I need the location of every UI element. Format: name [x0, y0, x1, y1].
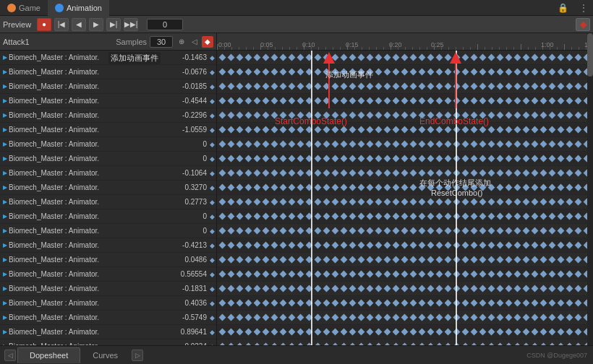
keyframe-diamond[interactable] — [566, 69, 573, 76]
keyframe-diamond[interactable] — [236, 69, 244, 76]
keyframe-diamond[interactable] — [575, 256, 582, 264]
keyframe-diamond[interactable] — [315, 271, 322, 278]
track-diamond-icon[interactable]: ◆ — [210, 83, 215, 90]
keyframe-diamond[interactable] — [575, 83, 582, 90]
keyframe-diamond[interactable] — [289, 271, 296, 278]
keyframe-diamond[interactable] — [271, 83, 278, 90]
track-diamond-icon[interactable]: ◆ — [210, 343, 215, 346]
keyframe-diamond[interactable] — [445, 300, 452, 307]
track-row[interactable]: ▶ Biomech_Master : Animator. 0.4036 ◆ — [0, 296, 216, 311]
keyframe-diamond[interactable] — [367, 69, 374, 76]
keyframe-diamond[interactable] — [462, 242, 469, 249]
keyframe-diamond[interactable] — [297, 199, 304, 206]
keyframe-diamond[interactable] — [401, 112, 409, 119]
keyframe-diamond[interactable] — [367, 300, 374, 307]
keyframe-diamond[interactable] — [306, 184, 313, 191]
keyframe-diamond[interactable] — [558, 155, 565, 162]
keyframe-diamond[interactable] — [566, 98, 573, 105]
keyframe-diamond[interactable] — [514, 184, 521, 191]
keyframe-diamond[interactable] — [393, 343, 400, 345]
keyframe-diamond[interactable] — [341, 300, 348, 307]
keyframe-diamond[interactable] — [558, 314, 565, 321]
keyframe-diamond[interactable] — [332, 141, 339, 148]
keyframe-diamond[interactable] — [236, 170, 244, 177]
keyframe-diamond[interactable] — [540, 213, 547, 220]
track-diamond-icon[interactable]: ◆ — [210, 126, 215, 134]
keyframe-diamond[interactable] — [505, 285, 513, 292]
keyframe-diamond[interactable] — [341, 343, 348, 345]
keyframe-diamond[interactable] — [514, 228, 521, 235]
keyframe-diamond[interactable] — [566, 155, 573, 162]
keyframe-diamond[interactable] — [271, 141, 278, 148]
track-diamond-icon[interactable]: ◆ — [210, 242, 215, 249]
keyframe-diamond[interactable] — [289, 256, 296, 264]
track-diamond-icon[interactable]: ◆ — [210, 256, 215, 264]
keyframe-diamond[interactable] — [306, 213, 313, 220]
keyframe-diamond[interactable] — [488, 54, 495, 61]
keyframe-diamond[interactable] — [315, 69, 322, 76]
keyframe-diamond[interactable] — [219, 271, 226, 278]
keyframe-diamond[interactable] — [488, 69, 495, 76]
keyframe-diamond[interactable] — [540, 256, 547, 264]
keyframe-diamond[interactable] — [505, 256, 513, 264]
keyframe-diamond[interactable] — [558, 54, 565, 61]
icon-left[interactable]: ◁ — [189, 36, 200, 48]
keyframe-diamond[interactable] — [306, 343, 313, 345]
keyframe-diamond[interactable] — [341, 155, 348, 162]
keyframe-diamond[interactable] — [462, 141, 469, 148]
keyframe-diamond[interactable] — [427, 126, 435, 134]
keyframe-diamond[interactable] — [367, 126, 374, 134]
keyframe-diamond[interactable] — [532, 184, 539, 191]
keyframe-diamond[interactable] — [297, 343, 304, 345]
keyframe-diamond[interactable] — [349, 83, 357, 90]
keyframe-diamond[interactable] — [323, 98, 330, 105]
keyframe-diamond[interactable] — [236, 155, 244, 162]
keyframe-diamond[interactable] — [236, 329, 244, 336]
keyframe-diamond[interactable] — [549, 126, 556, 134]
keyframe-diamond[interactable] — [375, 184, 383, 191]
keyframe-diamond[interactable] — [254, 300, 261, 307]
keyframe-diamond[interactable] — [306, 199, 313, 206]
keyframe-diamond[interactable] — [445, 256, 452, 264]
keyframe-diamond[interactable] — [427, 285, 435, 292]
keyframe-diamond[interactable] — [332, 228, 339, 235]
keyframe-diamond[interactable] — [228, 54, 235, 61]
keyframe-diamond[interactable] — [514, 199, 521, 206]
keyframe-diamond[interactable] — [479, 285, 487, 292]
keyframe-diamond[interactable] — [375, 126, 383, 134]
keyframe-diamond[interactable] — [332, 98, 339, 105]
keyframe-diamond[interactable] — [367, 213, 374, 220]
keyframe-diamond[interactable] — [419, 199, 426, 206]
keyframe-diamond[interactable] — [289, 213, 296, 220]
keyframe-diamond[interactable] — [384, 83, 391, 90]
keyframe-diamond[interactable] — [410, 184, 417, 191]
keyframe-diamond[interactable] — [306, 126, 313, 134]
keyframe-diamond[interactable] — [488, 184, 495, 191]
keyframe-diamond[interactable] — [497, 213, 504, 220]
keyframe-diamond[interactable] — [523, 300, 530, 307]
keyframe-diamond[interactable] — [410, 170, 417, 177]
keyframe-diamond[interactable] — [471, 300, 478, 307]
keyframe-diamond[interactable] — [384, 155, 391, 162]
keyframe-diamond[interactable] — [236, 213, 244, 220]
timeline-row[interactable] — [217, 152, 593, 166]
keyframe-diamond[interactable] — [532, 300, 539, 307]
keyframe-diamond[interactable] — [549, 112, 556, 119]
track-diamond-icon[interactable]: ◆ — [210, 54, 215, 61]
keyframe-diamond[interactable] — [375, 69, 383, 76]
keyframe-diamond[interactable] — [514, 271, 521, 278]
keyframe-diamond[interactable] — [323, 285, 330, 292]
scroll-right-button[interactable]: ▷ — [132, 350, 143, 361]
keyframe-diamond[interactable] — [505, 242, 513, 249]
keyframe-diamond[interactable] — [271, 98, 278, 105]
keyframe-diamond[interactable] — [245, 141, 252, 148]
keyframe-diamond[interactable] — [566, 184, 573, 191]
keyframe-diamond[interactable] — [228, 199, 235, 206]
keyframe-diamond[interactable] — [514, 98, 521, 105]
keyframe-diamond[interactable] — [306, 155, 313, 162]
keyframe-diamond[interactable] — [445, 271, 452, 278]
keyframe-diamond[interactable] — [410, 343, 417, 345]
keyframe-diamond[interactable] — [306, 141, 313, 148]
keyframe-diamond[interactable] — [236, 228, 244, 235]
keyframe-diamond[interactable] — [549, 155, 556, 162]
